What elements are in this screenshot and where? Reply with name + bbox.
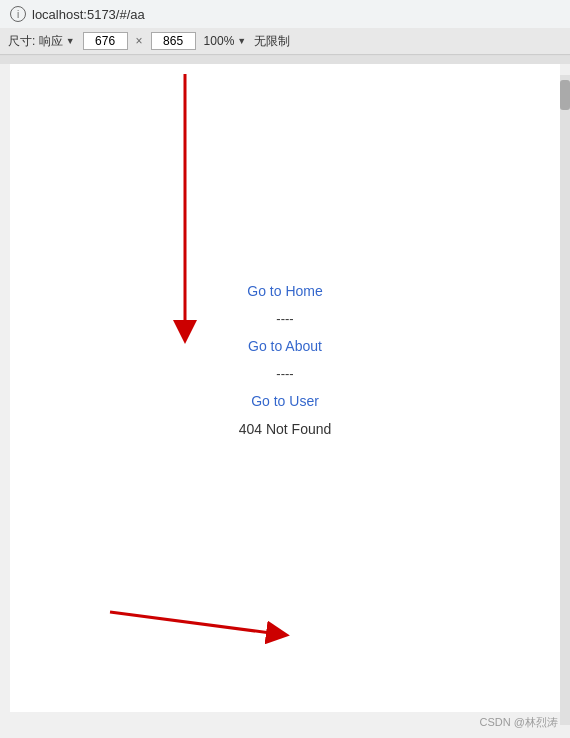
address-bar: i localhost:5173/#/aa xyxy=(0,0,570,28)
nav-links: Go to Home ---- Go to About ---- Go to U… xyxy=(239,275,332,441)
top-scrollbar xyxy=(0,56,570,64)
info-icon[interactable]: i xyxy=(10,6,26,22)
browser-viewport: Go to Home ---- Go to About ---- Go to U… xyxy=(10,64,560,712)
error-message: 404 Not Found xyxy=(239,417,332,441)
watermark: CSDN @林烈涛 xyxy=(480,715,558,730)
go-to-about-link[interactable]: Go to About xyxy=(248,330,322,362)
separator-1: ---- xyxy=(276,307,293,330)
go-to-user-link[interactable]: Go to User xyxy=(251,385,319,417)
right-scrollbar[interactable] xyxy=(560,75,570,725)
zoom-selector[interactable]: 100% ▼ xyxy=(204,34,247,48)
zoom-label: 100% xyxy=(204,34,235,48)
zoom-dropdown-arrow: ▼ xyxy=(237,36,246,46)
cross-separator: × xyxy=(136,34,143,48)
separator-2: ---- xyxy=(276,362,293,385)
size-selector[interactable]: 尺寸: 响应 ▼ xyxy=(8,33,75,50)
unlimited-selector[interactable]: 无限制 xyxy=(254,33,290,50)
scrollbar-thumb xyxy=(560,80,570,110)
go-to-home-link[interactable]: Go to Home xyxy=(247,275,322,307)
browser-chrome: i localhost:5173/#/aa 尺寸: 响应 ▼ × 100% ▼ … xyxy=(0,0,570,56)
unlimited-label: 无限制 xyxy=(254,33,290,50)
height-input[interactable] xyxy=(151,32,196,50)
page-content: Go to Home ---- Go to About ---- Go to U… xyxy=(10,64,560,712)
size-label: 尺寸: 响应 xyxy=(8,33,63,50)
toolbar: 尺寸: 响应 ▼ × 100% ▼ 无限制 xyxy=(0,28,570,55)
width-input[interactable] xyxy=(83,32,128,50)
url-text[interactable]: localhost:5173/#/aa xyxy=(32,7,145,22)
size-dropdown-arrow: ▼ xyxy=(66,36,75,46)
